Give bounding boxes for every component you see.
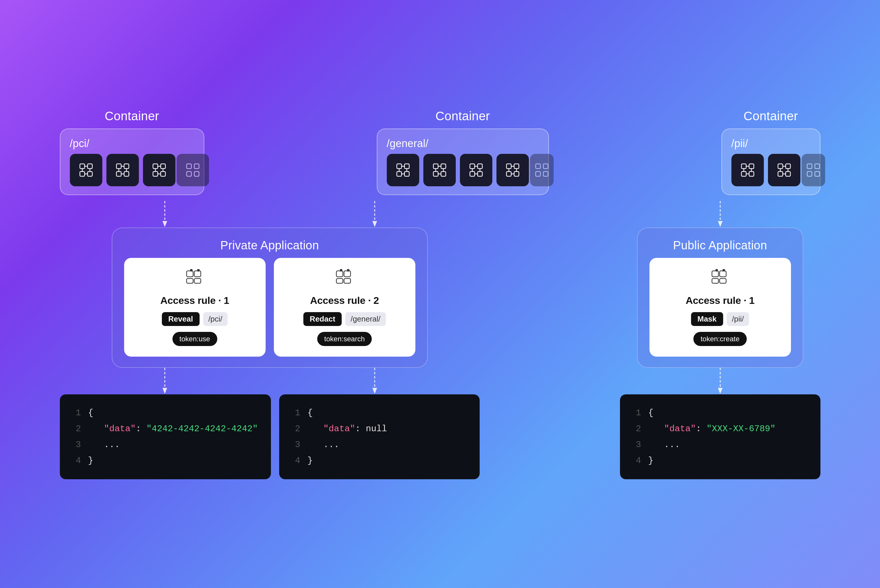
public-app-panel: Public Application Access rule · — [637, 228, 803, 368]
token-icon-g4 — [497, 154, 529, 186]
code-block-2: 1{ 2 "data": null 3 ... 4} — [279, 394, 480, 479]
svg-rect-16 — [153, 164, 158, 169]
svg-rect-65 — [749, 164, 754, 169]
code-text-3-2: "data": "XXX-XX-6789" — [648, 421, 776, 437]
token-icon-g1 — [387, 154, 419, 186]
code-text-2-3: ... — [308, 437, 339, 453]
svg-rect-2 — [80, 171, 85, 176]
svg-rect-8 — [116, 164, 121, 169]
container-general-path: /general/ — [387, 137, 539, 150]
access-rule-2-icon — [336, 268, 353, 289]
access-rule-pub-1-title: Access rule · 1 — [686, 295, 755, 306]
access-rule-pub-1-badges: Mask /pii/ — [691, 312, 749, 326]
code-text-1-1: { — [88, 405, 93, 421]
svg-rect-19 — [161, 171, 165, 176]
access-rule-1-action: Reveal — [162, 312, 200, 326]
line-num-3-2: 2 — [633, 421, 641, 437]
access-rule-pub-1-token: token:create — [694, 332, 746, 346]
container-pii-icons — [731, 154, 811, 186]
access-rule-2-token: token:search — [317, 332, 372, 346]
svg-rect-60 — [536, 164, 541, 169]
svg-rect-54 — [506, 171, 511, 176]
container-pci-label: Container — [105, 109, 159, 123]
svg-rect-30 — [397, 171, 401, 176]
svg-rect-64 — [742, 164, 746, 169]
access-rule-1-icon — [186, 268, 204, 289]
access-rule-pub-1: Access rule · 1 Mask /pii/ token:create — [649, 258, 791, 357]
private-app-panel: Private Application — [112, 228, 428, 368]
access-rule-2-title: Access rule · 2 — [310, 295, 379, 306]
svg-rect-62 — [536, 171, 541, 176]
access-rule-1-path: /pci/ — [203, 312, 228, 326]
svg-rect-18 — [153, 171, 158, 176]
code-text-2-4: } — [308, 453, 313, 469]
svg-rect-47 — [478, 171, 482, 176]
svg-rect-111 — [722, 269, 725, 272]
line-num-2-4: 4 — [292, 453, 300, 469]
container-general-icons — [387, 154, 539, 186]
diagram: Container /pci/ — [42, 109, 838, 479]
svg-marker-87 — [372, 221, 377, 227]
top-row: Container /pci/ — [42, 109, 838, 195]
arrow-general-to-private — [369, 201, 381, 228]
svg-rect-3 — [87, 171, 92, 176]
svg-rect-67 — [749, 171, 754, 176]
svg-rect-73 — [786, 164, 790, 169]
access-rule-1-title: Access rule · 1 — [161, 295, 229, 306]
token-icon-g2 — [423, 154, 456, 186]
svg-rect-92 — [190, 269, 192, 272]
svg-rect-66 — [742, 171, 746, 176]
svg-rect-44 — [470, 164, 475, 169]
svg-rect-37 — [441, 164, 446, 169]
code-text-1-3: ... — [88, 437, 120, 453]
svg-rect-63 — [543, 171, 548, 176]
svg-rect-55 — [514, 171, 519, 176]
container-pci-icons — [70, 154, 194, 186]
container-pii-label: Container — [743, 109, 798, 123]
private-app-title: Private Application — [124, 239, 415, 252]
token-icon-1 — [70, 154, 102, 186]
public-app-section: Public Application Access rule · — [620, 201, 820, 479]
svg-rect-82 — [807, 171, 812, 176]
access-rule-1-badges: Reveal /pci/ — [162, 312, 228, 326]
svg-rect-80 — [807, 164, 812, 169]
svg-rect-95 — [344, 271, 350, 277]
svg-rect-94 — [336, 271, 343, 277]
svg-rect-0 — [80, 164, 85, 169]
arrow-private-to-code1 — [159, 368, 171, 394]
svg-rect-106 — [712, 271, 718, 277]
arrow-public-to-code3 — [714, 368, 726, 394]
svg-rect-52 — [506, 164, 511, 169]
line-num-2-2: 2 — [292, 421, 300, 437]
access-rule-2-path: /general/ — [345, 312, 386, 326]
svg-rect-74 — [778, 171, 783, 176]
arrow-pci-to-private — [159, 201, 171, 228]
svg-rect-83 — [815, 171, 820, 176]
svg-rect-90 — [186, 279, 193, 283]
private-app-section: Private Application — [60, 201, 480, 479]
svg-rect-91 — [194, 279, 201, 283]
container-pci-path: /pci/ — [70, 137, 194, 150]
svg-rect-27 — [194, 171, 199, 176]
line-num-1-4: 4 — [73, 453, 81, 469]
svg-rect-39 — [441, 171, 446, 176]
token-icon-2 — [107, 154, 139, 186]
svg-rect-110 — [715, 269, 718, 272]
svg-rect-11 — [124, 171, 129, 176]
access-rule-2-badges: Redact /general/ — [303, 312, 386, 326]
container-pii-box: /pii/ — [721, 129, 820, 195]
code-text-3-4: } — [648, 453, 653, 469]
token-icon-3 — [143, 154, 176, 186]
svg-rect-81 — [815, 164, 820, 169]
line-num-3-4: 4 — [633, 453, 641, 469]
arrow-pii-to-public — [714, 201, 726, 228]
line-num-2-3: 3 — [292, 437, 300, 453]
arrow-private-to-code2 — [369, 368, 381, 394]
svg-rect-98 — [340, 269, 342, 272]
access-rule-1: Access rule · 1 Reveal /pci/ token:use — [124, 258, 266, 357]
svg-rect-1 — [87, 164, 92, 169]
code-text-3-1: { — [648, 405, 653, 421]
access-rule-2: Access rule · 2 Redact /general/ token:s… — [274, 258, 415, 357]
svg-rect-38 — [433, 171, 438, 176]
svg-marker-113 — [718, 388, 722, 394]
